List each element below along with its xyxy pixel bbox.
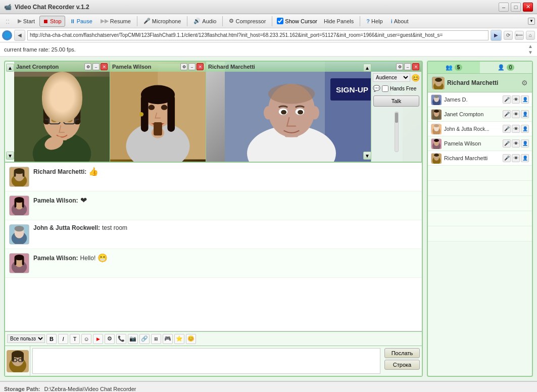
video-btn1-pamela[interactable]: ⚙ [180, 63, 187, 70]
audio-button[interactable]: 🔊 Audio [190, 16, 220, 27]
user-mic-pamela[interactable]: 🎤 [503, 139, 511, 148]
microphone-button[interactable]: 🎤 Microphone [140, 16, 184, 27]
format-italic-btn[interactable]: I [58, 334, 68, 344]
user-cam-pamela[interactable]: 👁 [512, 139, 520, 148]
video-btn2-richard[interactable]: – [404, 63, 411, 70]
start-button[interactable]: ▶ Start [14, 16, 38, 27]
video-nav-up[interactable]: ▲ [6, 64, 14, 72]
video-btn1-richard[interactable]: ⚙ [396, 63, 403, 70]
user-item-empty4 [428, 211, 532, 226]
help-button[interactable]: ? Help [363, 16, 386, 27]
video-nav-right-down[interactable]: ▼ [363, 152, 371, 160]
titlebar-left: 📹 Video Chat Recorder v.1.2 [4, 4, 89, 11]
resume-button[interactable]: ▶▶ Resume [97, 16, 134, 27]
video-btn2-janet[interactable]: – [92, 63, 100, 70]
user-profile-jutta[interactable]: 👤 [521, 125, 529, 133]
scroll-down[interactable]: ▼ [528, 50, 533, 55]
user-profile-james[interactable]: 👤 [521, 95, 529, 104]
user-profile-richard[interactable]: 👤 [521, 154, 529, 162]
video-btn1-janet[interactable]: ⚙ [84, 63, 91, 70]
user-item-empty2 [428, 181, 532, 196]
user-profile-janet[interactable]: 👤 [521, 110, 529, 118]
hands-free-label: Hands Free [390, 86, 416, 91]
show-cursor-check[interactable]: Show Cursor [275, 17, 319, 25]
video-close-pamela[interactable]: ✕ [197, 63, 204, 70]
scroll-thumb[interactable] [395, 113, 398, 123]
minimize-button[interactable]: – [499, 3, 509, 12]
user-name-janet: Janet Crompton [444, 111, 500, 117]
close-button[interactable]: ✕ [523, 3, 533, 12]
scroll-up[interactable]: ▲ [528, 43, 533, 49]
video-nav-right-up[interactable]: ▲ [363, 64, 371, 72]
toolbar-menu-btn[interactable]: ▼ [528, 18, 535, 25]
svg-rect-47 [23, 171, 25, 177]
video-close-richard[interactable]: ✕ [412, 63, 419, 70]
audience-dropdown[interactable]: Audience All Private [373, 73, 410, 82]
camera-btn[interactable]: 📷 [128, 334, 138, 344]
user-cam-jutta[interactable]: 👁 [512, 125, 520, 133]
toolbar-grip: :: [2, 16, 13, 27]
svg-point-36 [264, 106, 273, 119]
video-feed-janet [14, 62, 110, 162]
user-cam-james[interactable]: 👁 [512, 95, 520, 104]
user-mic-james[interactable]: 🎤 [503, 95, 511, 104]
chat-name-3: John & Jutta Rockwell: [33, 224, 100, 231]
video-header-janet: Janet Crompton ⚙ – ✕ [14, 62, 110, 72]
sidebar-tab-users[interactable]: 👥 5 [428, 62, 480, 73]
pause-button[interactable]: ⏸ Pause [66, 16, 96, 27]
talk-button[interactable]: Talk [373, 95, 419, 107]
show-cursor-checkbox[interactable] [277, 18, 283, 24]
chat-emoji-4: 😁 [97, 253, 108, 263]
user-list: James D. 🎤 👁 👤 Janet Crompto [428, 92, 532, 376]
emoji-btn[interactable]: ☺ [81, 334, 91, 344]
svg-point-80 [434, 95, 439, 98]
pause-icon: ⏸ [70, 18, 75, 24]
grid-btn[interactable]: ⊞ [151, 334, 161, 344]
youtube-btn[interactable]: ▶ [93, 334, 103, 344]
hide-panels-button[interactable]: Hide Panels [320, 16, 357, 27]
user-cam-richard[interactable]: 👁 [512, 154, 520, 162]
user-mic-jutta[interactable]: 🎤 [503, 125, 511, 133]
sidebar-tab-other[interactable]: 👤 0 [480, 62, 532, 73]
recipients-select[interactable]: Все пользз All users [7, 334, 45, 343]
statusbar-path: D:\Zebra-Media\Video Chat Recorder [44, 386, 136, 392]
star-btn[interactable]: ⭐ [174, 334, 184, 344]
nav-back-button[interactable]: ◀ [14, 30, 25, 41]
svg-point-76 [435, 78, 442, 82]
video-close-janet[interactable]: ✕ [101, 63, 108, 70]
about-button[interactable]: i About [387, 16, 412, 27]
help-icon: ? [366, 18, 370, 24]
nav-go-button[interactable]: ▶ [491, 30, 502, 41]
hands-free-checkbox[interactable] [382, 85, 388, 92]
nav-home-button[interactable]: ⌂ [526, 31, 535, 40]
nav-stop-button[interactable]: ⟳ [504, 31, 513, 40]
text-input-area [30, 346, 382, 376]
phone-btn[interactable]: 📞 [116, 334, 126, 344]
user-profile-pamela[interactable]: 👤 [521, 139, 529, 148]
format-bold-btn[interactable]: B [46, 334, 57, 344]
avatar-pamela [9, 195, 29, 216]
format-text-btn[interactable]: T [70, 334, 80, 344]
address-input[interactable] [27, 30, 489, 40]
svg-point-25 [161, 105, 168, 110]
settings-gear-icon[interactable]: ⚙ [521, 79, 528, 87]
user-mic-janet[interactable]: 🎤 [503, 110, 511, 118]
game-btn[interactable]: 🎮 [163, 334, 173, 344]
nav-refresh2-button[interactable]: ⟵ [515, 31, 524, 40]
maximize-button[interactable]: □ [511, 3, 521, 12]
extra-btn[interactable]: 😊 [186, 334, 196, 344]
user-mic-richard[interactable]: 🎤 [503, 154, 511, 162]
share-btn[interactable]: 🔗 [139, 334, 150, 344]
input-avatar [5, 346, 30, 376]
user-cam-janet[interactable]: 👁 [512, 110, 520, 118]
compressor-button[interactable]: ⚙ Compressor [225, 16, 269, 27]
svg-point-23 [139, 112, 143, 116]
stop-button[interactable]: ⏹ Stop [39, 16, 65, 27]
chat-area: ▲ ▼ Janet Crompton ⚙ – ✕ [4, 61, 423, 377]
send-button[interactable]: Послать [384, 348, 420, 358]
message-input[interactable] [32, 348, 380, 374]
video-nav-down[interactable]: ▼ [6, 152, 14, 160]
row-button[interactable]: Строка [384, 360, 420, 370]
settings-chat-btn[interactable]: ⚙ [105, 334, 115, 344]
video-btn2-pamela[interactable]: – [188, 63, 196, 70]
